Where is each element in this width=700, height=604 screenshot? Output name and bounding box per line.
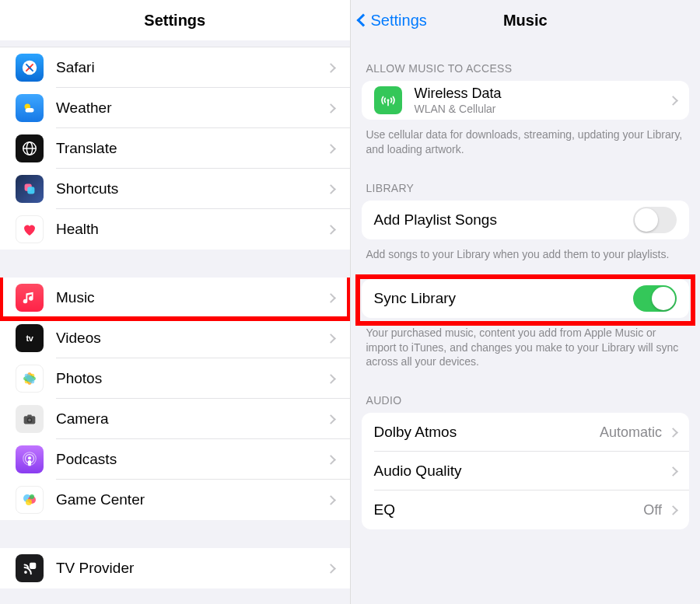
row-label: Audio Quality: [374, 463, 663, 480]
settings-row-photos[interactable]: Photos: [0, 358, 350, 399]
row-label: Safari: [56, 59, 327, 76]
row-label: Podcasts: [56, 451, 327, 468]
row-label: Videos: [56, 330, 327, 347]
chevron-right-icon: [326, 63, 336, 73]
row-wireless-data[interactable]: Wireless Data WLAN & Cellular: [362, 81, 690, 120]
chevron-right-icon: [326, 455, 336, 465]
weather-icon: [16, 94, 44, 122]
settings-row-health[interactable]: Health: [0, 209, 350, 250]
row-dolby-atmos[interactable]: Dolby Atmos Automatic: [362, 413, 690, 452]
row-label: Shortcuts: [56, 180, 327, 197]
row-sublabel: WLAN & Cellular: [415, 103, 670, 115]
row-sync-library[interactable]: Sync Library: [362, 279, 690, 318]
svg-point-14: [28, 419, 31, 422]
row-label: Add Playlist Songs: [374, 211, 634, 229]
row-label: Photos: [56, 370, 327, 387]
chevron-right-icon: [326, 144, 336, 154]
settings-content: Safari Weather Translate: [0, 40, 350, 604]
row-label: Wireless Data: [415, 86, 670, 102]
photos-icon: [16, 365, 44, 393]
tvprovider-icon: [16, 554, 44, 582]
chevron-left-icon: [356, 14, 369, 27]
chevron-right-icon: [668, 466, 678, 477]
row-label: Translate: [56, 140, 327, 157]
settings-title: Settings: [144, 12, 205, 30]
section-header: AUDIO: [351, 388, 701, 413]
chevron-right-icon: [668, 505, 678, 515]
section-library: LIBRARY Add Playlist Songs Add songs to …: [351, 176, 701, 373]
settings-group-2: Music tv Videos Photos: [0, 278, 350, 520]
translate-icon: [16, 134, 44, 162]
camera-icon: [16, 405, 44, 433]
row-audio-quality[interactable]: Audio Quality: [362, 452, 690, 491]
settings-header: Settings: [0, 0, 350, 40]
row-value: Off: [643, 502, 662, 518]
section-footer: Add songs to your Library when you add t…: [351, 239, 701, 265]
toggle-add-playlist[interactable]: [633, 207, 677, 233]
row-label: Sync Library: [374, 290, 634, 307]
chevron-right-icon: [326, 293, 336, 303]
settings-row-translate[interactable]: Translate: [0, 128, 350, 169]
settings-row-shortcuts[interactable]: Shortcuts: [0, 169, 350, 209]
back-label: Settings: [371, 12, 427, 30]
row-label: Camera: [56, 410, 327, 428]
settings-row-tvprovider[interactable]: TV Provider: [0, 548, 350, 588]
chevron-right-icon: [668, 428, 678, 438]
gamecenter-icon: [16, 486, 44, 514]
chevron-right-icon: [326, 374, 336, 384]
settings-row-gamecenter[interactable]: Game Center: [0, 480, 350, 520]
row-label: Health: [56, 221, 327, 238]
chevron-right-icon: [326, 414, 336, 424]
settings-row-safari[interactable]: Safari: [0, 47, 350, 88]
row-label: EQ: [374, 501, 644, 518]
videos-icon: tv: [16, 324, 44, 352]
chevron-right-icon: [326, 225, 336, 235]
chevron-right-icon: [326, 495, 336, 505]
section-access: ALLOW MUSIC TO ACCESS Wireless Data WLAN…: [351, 56, 701, 160]
svg-rect-23: [30, 563, 36, 569]
section-header: LIBRARY: [351, 176, 701, 201]
svg-point-15: [28, 456, 31, 459]
svg-rect-12: [27, 415, 32, 417]
row-eq[interactable]: EQ Off: [362, 491, 690, 529]
music-header: Settings Music: [351, 0, 701, 40]
podcasts-icon: [16, 445, 44, 473]
back-button[interactable]: Settings: [359, 12, 427, 30]
row-label: TV Provider: [56, 560, 327, 577]
settings-row-camera[interactable]: Camera: [0, 399, 350, 439]
row-add-playlist-songs[interactable]: Add Playlist Songs: [362, 201, 690, 239]
chevron-right-icon: [326, 333, 336, 344]
settings-group-1: Safari Weather Translate: [0, 47, 350, 250]
svg-point-20: [26, 499, 32, 505]
section-audio: AUDIO Dolby Atmos Automatic Audio Qualit…: [351, 388, 701, 529]
svg-point-22: [24, 571, 27, 574]
settings-row-music[interactable]: Music: [0, 278, 350, 318]
row-label: Dolby Atmos: [374, 424, 600, 441]
settings-row-podcasts[interactable]: Podcasts: [0, 439, 350, 480]
music-content: ALLOW MUSIC TO ACCESS Wireless Data WLAN…: [351, 40, 701, 604]
safari-icon: [16, 54, 44, 82]
row-label: Game Center: [56, 491, 327, 508]
svg-rect-6: [27, 187, 34, 194]
section-footer: Your purchased music, content you add fr…: [351, 318, 701, 373]
chevron-right-icon: [326, 564, 336, 574]
settings-group-3: TV Provider: [0, 548, 350, 588]
toggle-sync-library[interactable]: [633, 285, 677, 312]
row-label: Weather: [56, 100, 327, 117]
settings-row-videos[interactable]: tv Videos: [0, 318, 350, 358]
settings-pane: Settings Safari Weather: [0, 0, 351, 604]
health-icon: [16, 215, 44, 243]
music-title: Music: [503, 12, 548, 30]
chevron-right-icon: [668, 96, 678, 106]
section-header: ALLOW MUSIC TO ACCESS: [351, 56, 701, 81]
section-footer: Use cellular data for downloads, streami…: [351, 120, 701, 160]
chevron-right-icon: [326, 184, 336, 194]
settings-row-weather[interactable]: Weather: [0, 88, 350, 128]
antenna-icon: [374, 86, 402, 114]
shortcuts-icon: [16, 175, 44, 203]
svg-point-21: [30, 494, 34, 499]
row-label: Music: [56, 289, 327, 306]
music-icon: [16, 284, 44, 312]
chevron-right-icon: [326, 103, 336, 113]
music-settings-pane: Settings Music ALLOW MUSIC TO ACCESS Wir…: [351, 0, 701, 604]
